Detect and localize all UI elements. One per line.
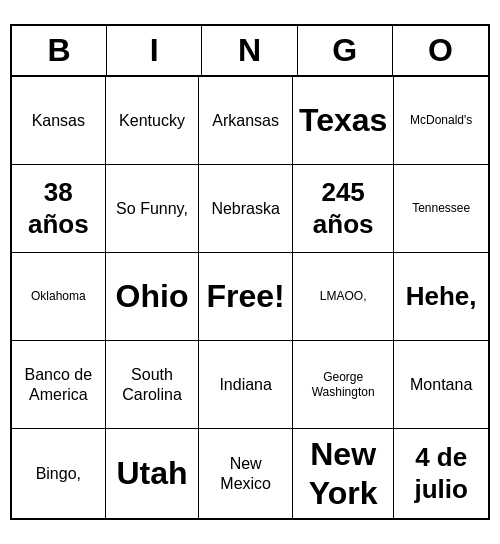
cell-text-8: 245 años — [299, 177, 387, 239]
cell-text-1: Kentucky — [119, 111, 185, 130]
cell-text-14: Hehe, — [406, 281, 477, 312]
cell-text-22: New Mexico — [205, 454, 286, 492]
cell-text-12: Free! — [207, 277, 285, 315]
cell-text-10: Oklahoma — [31, 289, 86, 303]
bingo-cell-4: McDonald's — [394, 77, 488, 165]
cell-text-24: 4 de julio — [400, 442, 482, 504]
cell-text-3: Texas — [299, 101, 387, 139]
bingo-cell-16: South Carolina — [106, 341, 200, 429]
header-letter-o: O — [393, 26, 488, 75]
bingo-cell-15: Banco de America — [12, 341, 106, 429]
header-letter-n: N — [202, 26, 297, 75]
cell-text-18: George Washington — [299, 370, 387, 399]
bingo-cell-18: George Washington — [293, 341, 394, 429]
cell-text-16: South Carolina — [112, 365, 193, 403]
bingo-cell-24: 4 de julio — [394, 429, 488, 518]
bingo-cell-13: LMAOO, — [293, 253, 394, 341]
cell-text-2: Arkansas — [212, 111, 279, 130]
cell-text-19: Montana — [410, 375, 472, 394]
cell-text-0: Kansas — [32, 111, 85, 130]
bingo-cell-6: So Funny, — [106, 165, 200, 253]
bingo-grid: KansasKentuckyArkansasTexasMcDonald's38 … — [12, 77, 488, 518]
bingo-cell-3: Texas — [293, 77, 394, 165]
cell-text-5: 38 años — [18, 177, 99, 239]
header-letter-i: I — [107, 26, 202, 75]
cell-text-7: Nebraska — [211, 199, 279, 218]
cell-text-20: Bingo, — [36, 464, 81, 483]
header-letter-g: G — [298, 26, 393, 75]
bingo-cell-0: Kansas — [12, 77, 106, 165]
header-letter-b: B — [12, 26, 107, 75]
cell-text-17: Indiana — [219, 375, 272, 394]
bingo-cell-22: New Mexico — [199, 429, 293, 518]
bingo-cell-1: Kentucky — [106, 77, 200, 165]
bingo-header: BINGO — [12, 26, 488, 77]
bingo-cell-21: Utah — [106, 429, 200, 518]
bingo-cell-23: New York — [293, 429, 394, 518]
bingo-cell-9: Tennessee — [394, 165, 488, 253]
bingo-cell-8: 245 años — [293, 165, 394, 253]
cell-text-4: McDonald's — [410, 113, 472, 127]
bingo-cell-11: Ohio — [106, 253, 200, 341]
bingo-card: BINGO KansasKentuckyArkansasTexasMcDonal… — [10, 24, 490, 520]
bingo-cell-17: Indiana — [199, 341, 293, 429]
bingo-cell-12: Free! — [199, 253, 293, 341]
cell-text-23: New York — [299, 435, 387, 512]
cell-text-9: Tennessee — [412, 201, 470, 215]
bingo-cell-5: 38 años — [12, 165, 106, 253]
bingo-cell-2: Arkansas — [199, 77, 293, 165]
cell-text-13: LMAOO, — [320, 289, 367, 303]
cell-text-6: So Funny, — [116, 199, 188, 218]
cell-text-11: Ohio — [116, 277, 189, 315]
bingo-cell-19: Montana — [394, 341, 488, 429]
bingo-cell-14: Hehe, — [394, 253, 488, 341]
cell-text-21: Utah — [116, 454, 187, 492]
cell-text-15: Banco de America — [18, 365, 99, 403]
bingo-cell-7: Nebraska — [199, 165, 293, 253]
bingo-cell-10: Oklahoma — [12, 253, 106, 341]
bingo-cell-20: Bingo, — [12, 429, 106, 518]
